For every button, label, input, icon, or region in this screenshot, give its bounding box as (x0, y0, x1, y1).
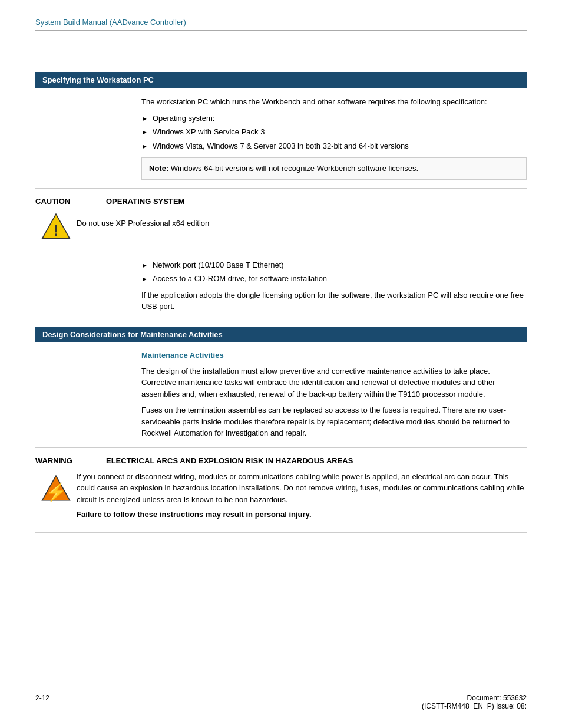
warning-block: WARNING ELECTRICAL ARCS AND EXPLOSION RI… (35, 447, 527, 533)
bullet-item-winxp: ► Windows XP with Service Pack 3 (141, 126, 527, 138)
workstation-closing: If the application adopts the dongle lic… (141, 289, 527, 312)
section-header-design: Design Considerations for Maintenance Ac… (35, 327, 527, 342)
footer-page-number: 2-12 (35, 694, 49, 710)
bullet-item-os: ► Operating system: (141, 113, 527, 124)
warning-header-row: WARNING ELECTRICAL ARCS AND EXPLOSION RI… (35, 456, 527, 465)
bullet-item-cdrom: ► Access to a CD-ROM drive, for software… (141, 273, 527, 285)
page: System Build Manual (AADvance Controller… (0, 0, 562, 728)
caution-header-row: CAUTION OPERATING SYSTEM (35, 197, 527, 206)
bullet-arrow-4: ► (141, 261, 148, 271)
note-text: Windows 64-bit versions will not recogni… (168, 164, 418, 173)
workstation-intro: The workstation PC which runs the Workbe… (141, 96, 527, 108)
bullet-arrow-1: ► (141, 114, 148, 124)
bullet-arrow-3: ► (141, 141, 148, 151)
section-body-workstation-2: ► Network port (10/100 Base T Ethernet) … (141, 259, 527, 312)
section-workstation: Specifying the Workstation PC The workst… (35, 72, 527, 312)
page-footer: 2-12 Document: 553632 (ICSTT-RM448_EN_P)… (35, 690, 527, 710)
section-body-design: The design of the installation must allo… (141, 365, 527, 439)
caution-label: CAUTION (35, 197, 106, 206)
warning-body-text: If you connect or disconnect wiring, mod… (77, 471, 527, 506)
caution-triangle-icon: ! (41, 212, 71, 242)
caution-body-row: ! Do not use XP Professional x64 edition (35, 212, 527, 242)
warning-triangle-icon: ⚡ (41, 473, 71, 504)
caution-block: CAUTION OPERATING SYSTEM ! Do not use XP… (35, 188, 527, 251)
bullet-item-network: ► Network port (10/100 Base T Ethernet) (141, 259, 527, 271)
header-rule (35, 30, 527, 31)
warning-text: If you connect or disconnect wiring, mod… (77, 471, 527, 524)
note-box: Note: Windows 64-bit versions will not r… (141, 157, 527, 180)
section-design: Design Considerations for Maintenance Ac… (35, 327, 527, 533)
maintenance-para1: The design of the installation must allo… (141, 365, 527, 400)
document-title: System Build Manual (AADvance Controller… (35, 18, 527, 27)
warning-body-row: ⚡ If you connect or disconnect wiring, m… (35, 471, 527, 524)
svg-text:!: ! (53, 221, 58, 239)
note-label: Note: (149, 164, 168, 173)
bullet-item-winvista: ► Windows Vista, Windows 7 & Server 2003… (141, 140, 527, 152)
svg-text:⚡: ⚡ (45, 482, 67, 502)
warning-icon: ⚡ (35, 471, 77, 504)
bullet-arrow-2: ► (141, 127, 148, 137)
bullet-text-2: Windows XP with Service Pack 3 (153, 126, 265, 138)
warning-label: WARNING (35, 456, 106, 465)
warning-final-text: Failure to follow these instructions may… (77, 509, 527, 521)
caution-title: OPERATING SYSTEM (106, 197, 184, 206)
warning-title: ELECTRICAL ARCS AND EXPLOSION RISK IN HA… (106, 456, 353, 465)
footer-reference: (ICSTT-RM448_EN_P) Issue: 08: (422, 702, 527, 710)
section-header-workstation: Specifying the Workstation PC (35, 72, 527, 88)
footer-right: Document: 553632 (ICSTT-RM448_EN_P) Issu… (422, 694, 527, 710)
workstation-bullets: ► Operating system: ► Windows XP with Se… (141, 113, 527, 152)
maintenance-para2: Fuses on the termination assemblies can … (141, 404, 527, 439)
section-body-workstation: The workstation PC which runs the Workbe… (141, 96, 527, 180)
bullet-text-3: Windows Vista, Windows 7 & Server 2003 i… (153, 140, 409, 152)
bullet-text-4: Network port (10/100 Base T Ethernet) (153, 259, 284, 271)
subsection-maintenance: Maintenance Activities (141, 351, 527, 360)
caution-text: Do not use XP Professional x64 edition (77, 212, 527, 229)
caution-body-text: Do not use XP Professional x64 edition (77, 219, 209, 228)
bullet-text-1: Operating system: (153, 113, 215, 124)
bullet-text-5: Access to a CD-ROM drive, for software i… (153, 273, 327, 285)
workstation-bullets-2: ► Network port (10/100 Base T Ethernet) … (141, 259, 527, 285)
footer-document: Document: 553632 (422, 694, 527, 702)
bullet-arrow-5: ► (141, 274, 148, 284)
caution-icon: ! (35, 212, 77, 242)
